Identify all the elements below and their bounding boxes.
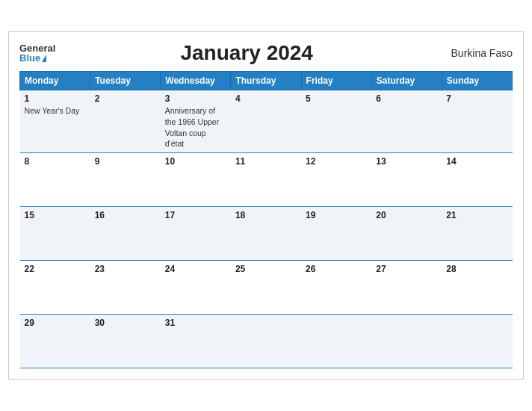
- day-number: 12: [306, 156, 367, 167]
- calendar-week-row: 293031: [20, 314, 513, 368]
- calendar-week-row: 891011121314: [20, 152, 513, 206]
- day-number: 9: [95, 156, 156, 167]
- day-number: 28: [446, 264, 507, 274]
- day-number: 14: [446, 156, 507, 167]
- day-number: 7: [446, 93, 507, 104]
- calendar-cell: [371, 314, 442, 368]
- day-number: 29: [25, 318, 86, 328]
- weekday-header-tuesday: Tuesday: [90, 72, 161, 90]
- calendar-week-row: 22232425262728: [20, 260, 513, 314]
- calendar-cell: 22: [20, 260, 90, 314]
- day-number: 8: [25, 156, 86, 167]
- day-number: 6: [376, 93, 437, 104]
- day-number: 4: [235, 93, 297, 104]
- day-number: 17: [165, 210, 226, 220]
- calendar-cell: [301, 314, 371, 368]
- day-number: 20: [376, 210, 437, 220]
- calendar-cell: 13: [371, 152, 442, 206]
- calendar-cell: 23: [90, 260, 161, 314]
- logo: General Blue: [19, 43, 55, 63]
- calendar-cell: [442, 314, 512, 368]
- day-number: 26: [306, 264, 367, 274]
- calendar-cell: 18: [231, 206, 301, 260]
- calendar-cell: 8: [20, 152, 90, 206]
- day-number: 15: [25, 210, 86, 220]
- day-number: 19: [306, 210, 367, 220]
- day-number: 13: [376, 156, 437, 167]
- calendar-cell: 16: [90, 206, 161, 260]
- day-number: 25: [235, 264, 297, 274]
- day-number: 18: [235, 210, 297, 220]
- calendar-cell: 6: [371, 90, 442, 153]
- calendar-cell: 20: [371, 206, 442, 260]
- calendar-cell: 3Anniversary of the 1966 Upper Voltan co…: [161, 90, 231, 153]
- calendar-cell: 14: [442, 152, 512, 206]
- weekday-header-row: MondayTuesdayWednesdayThursdayFridaySatu…: [20, 72, 513, 90]
- calendar-cell: 4: [231, 90, 301, 153]
- day-number: 21: [446, 210, 507, 220]
- calendar-cell: 30: [90, 314, 161, 368]
- day-number: 10: [165, 156, 226, 167]
- day-number: 23: [95, 264, 156, 274]
- calendar-cell: [231, 314, 301, 368]
- month-title: January 2024: [55, 41, 438, 65]
- calendar-cell: 28: [442, 260, 512, 314]
- day-number: 24: [165, 264, 226, 274]
- calendar-cell: 12: [301, 152, 371, 206]
- logo-triangle-icon: [42, 55, 46, 62]
- calendar-cell: 17: [161, 206, 231, 260]
- day-number: 30: [95, 318, 156, 328]
- logo-blue-text: Blue: [19, 53, 40, 63]
- calendar-cell: 2: [90, 90, 161, 153]
- calendar-header: General Blue January 2024 Burkina Faso: [19, 41, 513, 65]
- calendar-cell: 25: [231, 260, 301, 314]
- calendar-cell: 31: [161, 314, 231, 368]
- calendar-cell: 15: [20, 206, 90, 260]
- calendar-cell: 11: [231, 152, 301, 206]
- day-number: 31: [165, 318, 226, 328]
- calendar-week-row: 15161718192021: [20, 206, 513, 260]
- calendar-week-row: 1New Year's Day23Anniversary of the 1966…: [20, 90, 513, 153]
- day-number: 22: [25, 264, 86, 274]
- weekday-header-saturday: Saturday: [371, 72, 442, 90]
- weekday-header-thursday: Thursday: [231, 72, 301, 90]
- day-number: 27: [376, 264, 437, 274]
- event-label: New Year's Day: [25, 106, 80, 115]
- country-name: Burkina Faso: [438, 47, 513, 59]
- event-label: Anniversary of the 1966 Upper Voltan cou…: [165, 106, 219, 148]
- calendar-cell: 27: [371, 260, 442, 314]
- calendar-table: MondayTuesdayWednesdayThursdayFridaySatu…: [19, 71, 513, 368]
- day-number: 1: [25, 93, 86, 104]
- calendar-cell: 26: [301, 260, 371, 314]
- calendar-cell: 9: [90, 152, 161, 206]
- calendar-cell: 29: [20, 314, 90, 368]
- calendar-container: General Blue January 2024 Burkina Faso M…: [8, 31, 524, 380]
- weekday-header-wednesday: Wednesday: [161, 72, 231, 90]
- calendar-cell: 19: [301, 206, 371, 260]
- day-number: 11: [235, 156, 297, 167]
- weekday-header-friday: Friday: [301, 72, 371, 90]
- day-number: 5: [306, 93, 367, 104]
- weekday-header-sunday: Sunday: [442, 72, 512, 90]
- calendar-cell: 5: [301, 90, 371, 153]
- calendar-cell: 1New Year's Day: [20, 90, 90, 153]
- calendar-cell: 21: [442, 206, 512, 260]
- day-number: 2: [95, 93, 156, 104]
- calendar-cell: 7: [442, 90, 512, 153]
- calendar-cell: 24: [161, 260, 231, 314]
- calendar-cell: 10: [161, 152, 231, 206]
- day-number: 3: [165, 93, 226, 104]
- weekday-header-monday: Monday: [20, 72, 90, 90]
- day-number: 16: [95, 210, 156, 220]
